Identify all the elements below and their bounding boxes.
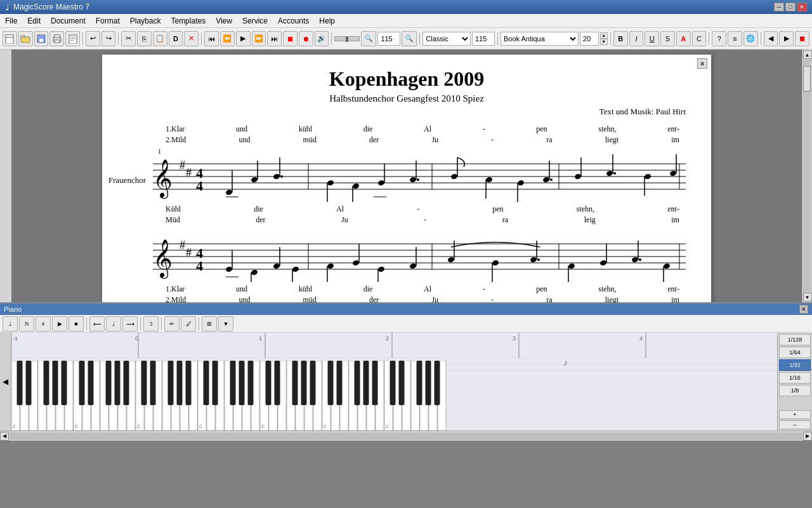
- subdiv-1-128[interactable]: 1/128: [779, 334, 811, 345]
- piano-tb-7[interactable]: ♩: [106, 316, 121, 331]
- close-button[interactable]: ✕: [797, 3, 807, 11]
- sep4: [331, 32, 332, 45]
- subdiv-1-16[interactable]: 1/16: [779, 372, 811, 384]
- score-panel-close[interactable]: ✕: [697, 58, 707, 69]
- list-button[interactable]: ≡: [728, 31, 742, 46]
- piano-tb-3[interactable]: #: [36, 316, 51, 331]
- svg-text:𝄞: 𝄞: [153, 159, 173, 199]
- svg-point-35: [251, 177, 258, 183]
- menu-file[interactable]: File: [0, 14, 22, 27]
- menu-templates[interactable]: Templates: [166, 14, 211, 27]
- subdiv-1-64[interactable]: 1/64: [779, 347, 811, 358]
- print2-button[interactable]: [65, 31, 80, 46]
- play-forward-button[interactable]: ⏩: [252, 31, 266, 46]
- piano-tb-4[interactable]: ▶: [52, 316, 67, 331]
- menu-accounts[interactable]: Accounts: [273, 14, 314, 27]
- app-icon: ♩: [5, 2, 10, 12]
- piano-extra-btns: ▼: [218, 316, 233, 331]
- font-select[interactable]: Book Antiqua: [501, 32, 579, 46]
- piano-close-button[interactable]: ✕: [799, 305, 808, 314]
- menu-help[interactable]: Help: [314, 14, 340, 27]
- maximize-button[interactable]: □: [785, 3, 796, 11]
- color-a-button[interactable]: A: [676, 31, 691, 46]
- svg-rect-224: [399, 361, 405, 405]
- minimize-button[interactable]: ─: [774, 3, 784, 11]
- stop-button[interactable]: ⏹: [283, 31, 298, 46]
- shadow-button[interactable]: S: [660, 31, 675, 46]
- piano-scroll-right[interactable]: ▶: [803, 432, 812, 441]
- subdiv-zoom-in[interactable]: +: [779, 410, 811, 419]
- new-button[interactable]: [3, 31, 17, 46]
- zoom-input[interactable]: 115: [377, 32, 400, 46]
- font-size-down[interactable]: ▼: [600, 39, 608, 45]
- subdiv-1-32[interactable]: 1/32: [779, 359, 811, 371]
- menu-document[interactable]: Document: [46, 14, 91, 27]
- delete-button[interactable]: ✕: [184, 31, 199, 46]
- menu-playback[interactable]: Playback: [125, 14, 166, 27]
- play-end-button[interactable]: ⏭: [267, 31, 282, 46]
- score-composer: Text und Musik: Paul Hirt: [128, 107, 686, 117]
- svg-point-44: [377, 180, 385, 186]
- play-button[interactable]: ▶: [236, 31, 251, 46]
- svg-point-53: [517, 180, 525, 186]
- play-back-button[interactable]: ⏪: [220, 31, 235, 46]
- piano-tb-8[interactable]: ⟶: [122, 316, 138, 331]
- svg-text:C: C: [75, 424, 78, 429]
- menu-view[interactable]: View: [211, 14, 237, 27]
- piano-tb-1[interactable]: ♩: [3, 316, 18, 331]
- piano-tb-2[interactable]: N: [19, 316, 34, 331]
- extra3-button[interactable]: ◼: [795, 31, 809, 46]
- piano-tb-10[interactable]: ✏: [164, 316, 180, 331]
- font-size-input[interactable]: [580, 32, 599, 46]
- speaker-button[interactable]: 🔊: [315, 31, 329, 46]
- redo-button[interactable]: ↪: [102, 31, 116, 46]
- color-c-button[interactable]: C: [692, 31, 707, 46]
- paste-button[interactable]: 📋: [153, 31, 167, 46]
- menu-service[interactable]: Service: [237, 14, 273, 27]
- piano-tb-11[interactable]: 🖊: [181, 316, 196, 331]
- svg-rect-3: [21, 36, 25, 37]
- extra1-button[interactable]: ◀: [764, 31, 778, 46]
- font-size-up[interactable]: ▲: [600, 32, 608, 39]
- subdiv-1-8[interactable]: 1/8: [779, 385, 811, 396]
- underline-button[interactable]: U: [645, 31, 659, 46]
- piano-tb-6[interactable]: ⟵: [89, 316, 105, 331]
- scroll-up-button[interactable]: ▲: [803, 50, 812, 59]
- svg-rect-173: [168, 361, 174, 405]
- piano-scroll-left[interactable]: ◀: [0, 432, 9, 441]
- web-button[interactable]: 🌐: [743, 31, 758, 46]
- cut-button[interactable]: ✂: [121, 31, 136, 46]
- piano-tb-13[interactable]: ▼: [218, 316, 233, 331]
- menu-format[interactable]: Format: [91, 14, 125, 27]
- zoom-confirm-button[interactable]: 🔍: [402, 31, 417, 46]
- extra2-button[interactable]: ▶: [779, 31, 794, 46]
- play-start-button[interactable]: ⏮: [204, 31, 219, 46]
- scroll-down-button[interactable]: ▼: [803, 293, 812, 302]
- open-button[interactable]: [18, 31, 33, 46]
- style-select[interactable]: Classic: [422, 32, 471, 46]
- piano-tb-5[interactable]: ■: [69, 316, 84, 331]
- record-button[interactable]: ⏺: [299, 31, 313, 46]
- bold-button[interactable]: B: [613, 31, 628, 46]
- italic-button[interactable]: I: [629, 31, 644, 46]
- value2-input[interactable]: [472, 32, 495, 46]
- svg-rect-8: [55, 40, 60, 43]
- paste-d-button[interactable]: D: [169, 31, 183, 46]
- svg-rect-146: [26, 361, 32, 405]
- subdiv-zoom-out[interactable]: –: [779, 420, 811, 429]
- help-button[interactable]: ?: [712, 31, 726, 46]
- piano-left-arrow[interactable]: ◀: [0, 333, 11, 431]
- piano-tb-9[interactable]: 3: [143, 316, 159, 331]
- piano-keyboard: CCCCCCC: [11, 361, 777, 431]
- print-button[interactable]: [49, 31, 64, 46]
- scroll-thumb[interactable]: [803, 66, 811, 91]
- piano-sep3: [161, 318, 162, 330]
- menu-edit[interactable]: Edit: [22, 14, 46, 27]
- copy-button[interactable]: ⎘: [137, 31, 152, 46]
- undo-button[interactable]: ↩: [86, 31, 100, 46]
- score-area[interactable]: ✕ Kopenhagen 2009 Halbstundenchor Gesang…: [11, 50, 802, 302]
- svg-text:C: C: [386, 424, 389, 429]
- zoom-search-button[interactable]: 🔍: [361, 31, 376, 46]
- piano-tb-12[interactable]: ⊞: [202, 316, 217, 331]
- save-button[interactable]: [34, 31, 49, 46]
